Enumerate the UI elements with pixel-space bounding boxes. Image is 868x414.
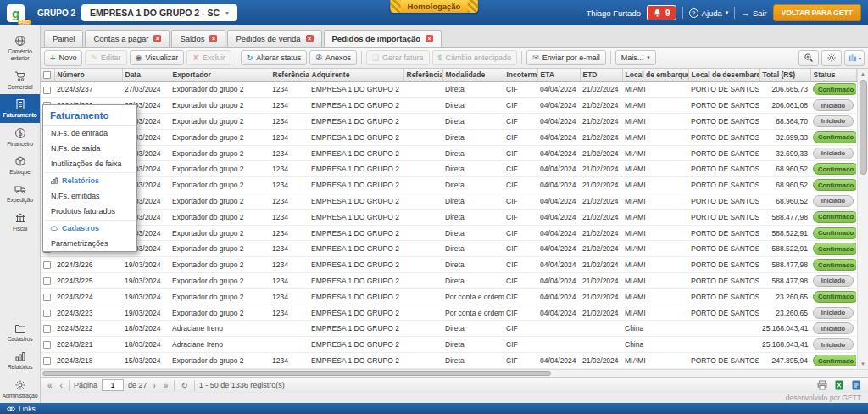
tab-contas-a-pagar[interactable]: Contas a pagar× [85, 30, 170, 47]
editar-button[interactable]: ✎Editar [85, 50, 126, 65]
row-checkbox[interactable] [41, 337, 54, 353]
table-row[interactable]: 2024/3/23627/03/2024Exportador do grupo … [41, 98, 856, 114]
novo-button[interactable]: +Novo [44, 50, 82, 66]
column-header-numero[interactable]: Número [54, 69, 122, 81]
row-checkbox[interactable] [41, 273, 54, 289]
excel-export-icon[interactable] [832, 379, 846, 391]
page-input[interactable] [102, 379, 124, 391]
menu-item-n-fs-de-saida[interactable]: N.Fs. de saída [43, 141, 136, 156]
sidebar-item-comercial[interactable]: Comercial [0, 66, 40, 94]
row-checkbox[interactable] [41, 321, 54, 337]
table-row[interactable]: 2024/3/22218/03/2024Adraciane IrenoEMPRE… [41, 321, 856, 337]
menu-item-parametrizacoes[interactable]: Parametrizações [43, 236, 136, 251]
table-row[interactable]: 2024/3/21815/03/2024Exportador do grupo … [41, 353, 856, 369]
gerar-fatura-button[interactable]: ❏Gerar fatura [366, 50, 430, 65]
next-page-button[interactable]: › [151, 381, 157, 390]
columns-icon[interactable]: ▾ [844, 50, 865, 66]
close-icon[interactable]: × [153, 35, 161, 42]
refresh-icon[interactable]: ↻ [179, 381, 189, 390]
table-row[interactable]: 2024/3/22519/03/2024Exportador do grupo … [41, 273, 856, 289]
sidebar-item-relatorios[interactable]: Relatórios [0, 346, 40, 374]
column-header-modalidade[interactable]: Modalidade [442, 69, 504, 81]
zoom-icon[interactable] [798, 50, 819, 66]
table-row[interactable]: 2024/3/23517/03/2024Exportador do grupo … [41, 114, 856, 130]
menu-item-produtos-faturados[interactable]: Produtos faturados [43, 204, 136, 219]
sidebar-item-expedicao[interactable]: Expedição [0, 179, 40, 207]
scrollbar-thumb[interactable] [42, 371, 551, 376]
table-row[interactable]: 2024/3/22919/03/2024Exportador do grupo … [41, 209, 856, 225]
last-page-button[interactable]: » [162, 381, 170, 390]
table-row[interactable]: 2024/3/23222/03/2024Exportador do grupo … [41, 161, 856, 177]
horizontal-scrollbar[interactable] [41, 369, 868, 377]
sidebar-item-cadastros[interactable]: Cadastros [0, 318, 40, 346]
prev-page-button[interactable]: ‹ [58, 381, 64, 390]
table-row[interactable]: 2024/3/22419/03/2024Exportador do grupo … [41, 288, 856, 305]
scroll-up-icon[interactable]: ▲ [858, 69, 868, 79]
sidebar-item-comercio-exterior[interactable]: Comércio exterior [0, 31, 40, 66]
sidebar-item-financeiro[interactable]: Financeiro [0, 123, 40, 151]
links-label[interactable]: Links [19, 405, 36, 413]
column-header-local-de-desembarque[interactable]: Local de desembarque [688, 69, 760, 81]
close-icon[interactable]: × [306, 35, 314, 42]
back-to-gett-button[interactable]: VOLTAR PARA GETT [773, 4, 861, 21]
tab-pedidos-de-importacao[interactable]: Pedidos de importação× [324, 30, 442, 47]
column-header-referencia[interactable]: Referência [270, 69, 309, 81]
settings-icon[interactable] [821, 50, 842, 66]
select-all-checkbox[interactable] [41, 69, 54, 81]
row-checkbox[interactable] [41, 353, 54, 369]
table-row[interactable]: 2024/3/23727/03/2024Exportador do grupo … [41, 81, 856, 98]
column-header-data[interactable]: Data [122, 69, 170, 81]
column-header-referencia[interactable]: Referência [403, 69, 442, 81]
table-row[interactable]: 2024/3/23119/03/2024Exportador do grupo … [41, 177, 856, 193]
scroll-down-icon[interactable]: ▼ [858, 359, 868, 369]
close-icon[interactable]: × [209, 35, 217, 42]
row-checkbox[interactable] [41, 305, 54, 321]
print-icon[interactable] [815, 379, 829, 391]
close-icon[interactable]: × [426, 35, 433, 42]
row-checkbox[interactable] [41, 81, 54, 98]
sidebar-item-fiscal[interactable]: Fiscal [0, 208, 40, 236]
column-header-local-de-embarque[interactable]: Local de embarque [622, 69, 688, 81]
notifications-button[interactable]: 9 [647, 5, 676, 20]
tab-pedidos-de-venda[interactable]: Pedidos de venda× [227, 30, 321, 47]
table-row[interactable]: 2024/3/22719/03/2024Exportador do grupo … [41, 241, 856, 257]
column-header-incoterms[interactable]: Incoterms [504, 69, 537, 81]
mais-button[interactable]: Mais...▾ [615, 50, 656, 65]
vertical-scrollbar[interactable]: ▲ ▼ [857, 69, 868, 369]
table-row[interactable]: 2024/3/22619/03/2024Exportador do grupo … [41, 257, 856, 273]
sidebar-item-estoque[interactable]: Estoque [0, 151, 40, 179]
table-row[interactable]: 2024/3/22319/03/2024Exportador do grupo … [41, 305, 856, 321]
menu-item-n-fs-de-entrada[interactable]: N.Fs. de entrada [43, 126, 136, 141]
table-row[interactable]: 2024/3/23019/03/2024Exportador do grupo … [41, 193, 856, 210]
alterar-status-button[interactable]: ↻Alterar status [241, 50, 308, 65]
sidebar-item-faturamento[interactable]: Faturamento [0, 94, 40, 122]
app-logo[interactable]: g PRO [7, 4, 25, 22]
first-page-button[interactable]: « [46, 381, 54, 390]
table-row[interactable]: 2024/3/23418/03/2024Exportador do grupo … [41, 129, 856, 145]
row-checkbox[interactable] [41, 288, 54, 305]
table-row[interactable]: 2024/3/22820/03/2024Exportador do grupo … [41, 225, 856, 241]
anexos-button[interactable]: ✇Anexos [309, 50, 357, 65]
scrollbar-thumb[interactable] [860, 80, 867, 175]
pdf-export-icon[interactable] [849, 379, 863, 391]
sidebar-item-administracao[interactable]: Administração [0, 375, 40, 403]
company-selector[interactable]: EMPRESA 1 DO GRUPO 2 - SC ▾ [81, 4, 237, 21]
row-checkbox[interactable] [41, 257, 54, 273]
help-button[interactable]: ? Ajuda ▾ [689, 8, 729, 18]
table-row[interactable]: 2024/3/22118/03/2024Adraciane IrenoEMPRE… [41, 337, 856, 353]
excluir-button[interactable]: ✘Excluir [186, 50, 231, 65]
column-header-etd[interactable]: ETD [580, 69, 622, 81]
enviar-por-e-mail-button[interactable]: ✉Enviar por e-mail [526, 50, 606, 65]
table-row[interactable]: 2024/3/23318/03/2024Exportador do grupo … [41, 145, 856, 161]
column-header-exportador[interactable]: Exportador [170, 69, 270, 81]
column-header-total-r[interactable]: Total (R$) [760, 69, 810, 81]
menu-item-n-fs-emitidas[interactable]: N.Fs. emitidas [43, 188, 136, 204]
visualizar-button[interactable]: ◉Visualizar [130, 50, 185, 65]
column-header-adquirente[interactable]: Adquirente [309, 69, 403, 81]
tab-painel[interactable]: Painel [44, 30, 83, 47]
menu-item-inutilizacoes-de-faixa[interactable]: Inutilizações de faixa [43, 156, 136, 171]
column-header-status[interactable]: Status [810, 69, 856, 81]
cambio-antecipado-button[interactable]: $Câmbio antecipado [432, 50, 518, 65]
logout-button[interactable]: → Sair [741, 8, 766, 18]
column-header-eta[interactable]: ETA [537, 69, 580, 81]
